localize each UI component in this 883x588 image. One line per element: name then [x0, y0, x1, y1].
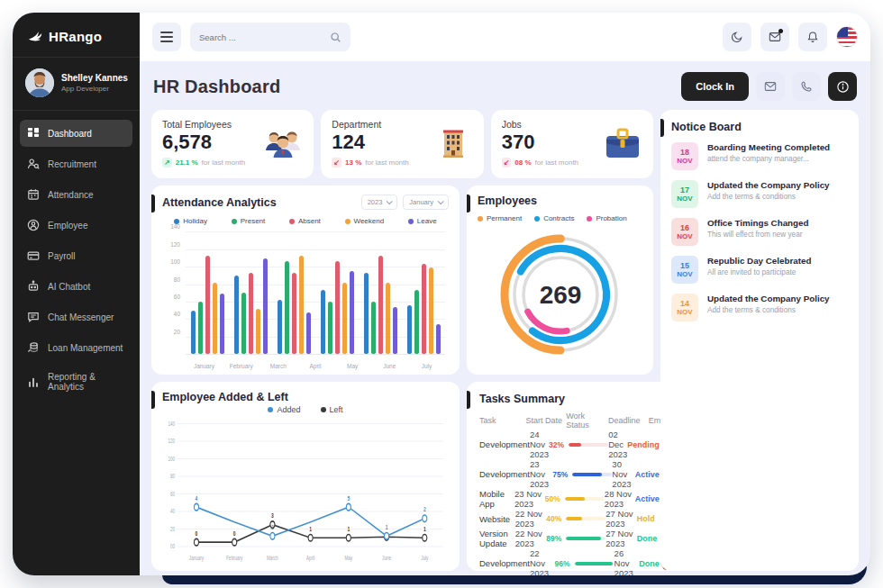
column-header: Start Date — [525, 416, 566, 425]
legend-label: Weekend — [354, 217, 385, 225]
mail-icon — [764, 80, 777, 93]
bar-absent — [205, 256, 210, 354]
user-name: Shelley Kannes — [61, 73, 128, 83]
sidebar-item-chat-messenger[interactable]: Chat Messenger — [20, 303, 132, 330]
card-accent-bar — [467, 391, 470, 409]
messages-button[interactable] — [760, 23, 789, 51]
notice-item[interactable]: 16NOVOffice Timings ChangedThis will eff… — [671, 218, 848, 246]
stat-card-total-employees: Total Employees6,578↗21.1 %for last mont… — [151, 110, 314, 178]
bar-weekend — [256, 309, 260, 354]
app-logo[interactable]: HRango — [13, 13, 140, 57]
notice-item[interactable]: 18NOVBoarding Meeting Completedattend th… — [671, 142, 848, 170]
svg-text:2: 2 — [271, 523, 274, 530]
sidebar-item-attendance[interactable]: Attendance — [20, 181, 132, 208]
stat-change-percent: 21.1 % — [176, 158, 198, 167]
task-name: Development — [479, 558, 530, 568]
legend-dot — [232, 219, 237, 224]
notice-month: NOV — [677, 157, 692, 165]
svg-text:June: June — [382, 555, 391, 561]
start-date: 23 Nov 2023 — [530, 459, 552, 489]
progress-fill — [575, 562, 613, 565]
svg-text:80: 80 — [170, 473, 175, 479]
call-button[interactable] — [792, 72, 821, 101]
stat-change: ↗21.1 %for last month — [162, 158, 245, 167]
bar-group-june — [402, 229, 445, 354]
user-profile[interactable]: Shelley Kannes App Developer — [13, 57, 140, 111]
progress-fill — [569, 443, 581, 447]
language-flag-us[interactable] — [836, 26, 858, 48]
notice-date-badge: 15NOV — [671, 256, 698, 284]
analytics-icon — [27, 375, 40, 388]
notice-item[interactable]: 17NOVUpdated the Company PolicyAdd the t… — [671, 180, 848, 208]
sidebar-item-payroll[interactable]: Payroll — [20, 242, 132, 269]
notice-title: Updated the Company Policy — [707, 180, 830, 190]
employee-added-left-card: Employee Added & Left AddedLeft 00204060… — [151, 382, 460, 571]
legend-dot — [408, 219, 414, 224]
x-tick-label: May — [334, 363, 371, 369]
progress-percent: 89% — [546, 534, 561, 543]
stat-card-jobs: Jobs370↙08 %for last month — [491, 110, 653, 178]
sidebar-item-employee[interactable]: Employee — [20, 212, 132, 239]
sidebar-item-loan-management[interactable]: Loan Management — [20, 334, 132, 361]
legend-dot — [268, 407, 273, 412]
deadline: 30 Nov 2023 — [612, 459, 634, 489]
search-input[interactable] — [199, 32, 324, 42]
notice-description: All are invited to participate — [707, 268, 811, 276]
tasks-title: Tasks Summary — [479, 393, 565, 405]
bar-absent — [292, 273, 296, 354]
notice-day: 15 — [680, 261, 689, 270]
month-filter-select[interactable]: January — [403, 194, 449, 210]
notice-item[interactable]: 14NOVUpdated the Company PolicyAdd the t… — [671, 294, 848, 321]
sidebar-item-recruitment[interactable]: Recruitment — [20, 150, 132, 177]
search-box[interactable] — [190, 23, 350, 51]
legend-item-absent: Absent — [289, 217, 321, 225]
svg-text:2: 2 — [423, 505, 426, 512]
sidebar-nav: DashboardRecruitmentAttendanceEmployeePa… — [13, 111, 140, 408]
sidebar-item-dashboard[interactable]: Dashboard — [20, 120, 132, 147]
notice-text: Updated the Company PolicyAdd the terms … — [707, 294, 830, 314]
svg-text:May: May — [345, 555, 353, 561]
bar-leave — [393, 307, 397, 354]
deadline: 27 Nov 2023 — [605, 529, 637, 548]
sidebar-item-reporting-analytics[interactable]: Reporting & Analytics — [20, 365, 132, 399]
moon-icon — [731, 31, 743, 43]
dark-mode-button[interactable] — [723, 23, 751, 51]
notifications-button[interactable] — [798, 23, 827, 51]
y-tick-label: 140 — [162, 223, 180, 230]
info-button[interactable] — [828, 72, 857, 101]
stat-value: 124 — [332, 131, 408, 154]
stat-value: 370 — [502, 131, 578, 154]
clock-in-button[interactable]: Clock In — [681, 72, 749, 101]
notice-description: Add the terms & conditions — [707, 193, 830, 201]
employees-group-icon — [263, 119, 303, 169]
svg-text:40: 40 — [170, 508, 175, 514]
notice-date-badge: 18NOV — [671, 142, 698, 170]
notice-item[interactable]: 15NOVRepublic Day CelebratedAll are invi… — [671, 256, 848, 284]
y-tick-label: 60 — [162, 293, 180, 299]
wing-logo-icon — [27, 30, 45, 44]
robot-icon — [27, 280, 40, 293]
menu-toggle-button[interactable] — [152, 23, 181, 51]
bar-present — [414, 290, 419, 354]
sidebar-item-label: Attendance — [48, 190, 94, 200]
added-left-legend: AddedLeft — [162, 405, 449, 414]
stat-change-suffix: for last month — [202, 158, 245, 167]
info-icon — [836, 80, 850, 94]
email-button[interactable] — [756, 72, 785, 101]
legend-item-weekend: Weekend — [345, 217, 385, 225]
stat-change-percent: 08 % — [514, 158, 531, 167]
y-tick-label: 120 — [162, 240, 180, 247]
email-status: Pending — [627, 440, 660, 449]
legend-label: Absent — [298, 217, 321, 225]
bar-weekend — [213, 283, 217, 354]
bar-holiday — [278, 300, 282, 354]
bar-leave — [436, 324, 441, 354]
notice-description: This will effect from new year — [707, 231, 809, 239]
bar-present — [328, 302, 332, 354]
svg-text:1: 1 — [309, 525, 312, 532]
year-filter-select[interactable]: 2023 — [361, 194, 398, 210]
sidebar-item-ai-chatbot[interactable]: AI Chatbot — [20, 273, 132, 300]
svg-text:140: 140 — [168, 421, 175, 427]
legend-label: Probation — [596, 214, 626, 222]
task-name: Mobile App — [479, 489, 514, 509]
